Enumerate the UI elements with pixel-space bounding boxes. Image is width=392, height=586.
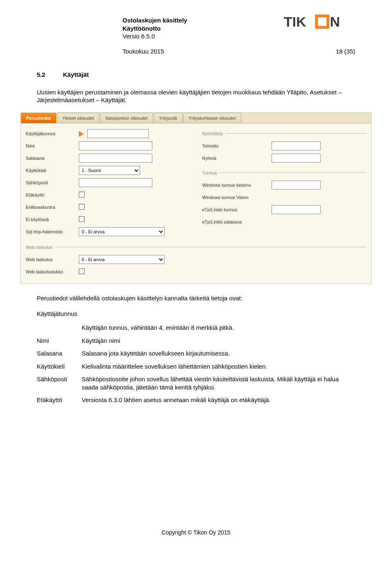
- sahkoposti-label: Sähköposti: [26, 180, 79, 185]
- tab-yrityskohtaiset-oikeudet[interactable]: Yrityskohtaiset oikeudet: [183, 113, 241, 123]
- tab-itsepalvelun-oikeudet[interactable]: Itsepalvelun oikeudet: [100, 113, 153, 123]
- svg-text:TIK: TIK: [284, 14, 306, 29]
- divider-icon: [225, 133, 366, 134]
- tab-bar: Perustiedot Yleiset oikeudet Itsepalvelu…: [21, 113, 371, 123]
- doc-version: Versio 6.5.0: [122, 32, 355, 40]
- ei-kaytossa-label: Ei käytössä: [26, 217, 79, 222]
- def-desc: Versiosta 6.3.0 lähtien asetus annetaan …: [82, 394, 355, 407]
- after-image-paragraph: Perustiedot välilehdellä ostolaskujen kä…: [37, 294, 355, 302]
- toimisto-label: Toimisto: [202, 143, 272, 148]
- web-laskutuslukko-label: Web laskutuslukko: [26, 269, 79, 274]
- kayttokieli-select[interactable]: 1 - Suomi: [79, 166, 140, 175]
- tunnus-group-title: Tunnus: [202, 170, 217, 175]
- definitions-table: Käyttäjän tunnus, vähintään 4, enintään …: [37, 321, 355, 407]
- win-tiedonv-input[interactable]: [272, 181, 321, 190]
- web-laskutus-label: Web laskutus: [26, 257, 79, 262]
- web-laskutus-select[interactable]: 0 - Ei arvoa: [79, 255, 165, 264]
- intro-paragraph: Uusien käyttäjien perustaminen ja olemas…: [37, 88, 355, 104]
- form-right-column: Ryhmittely Toimisto Ryhmä Tunnus Windows…: [202, 127, 366, 238]
- kayttajatunnus-label: Käyttäjätunnus: [26, 131, 79, 136]
- svg-rect-1: [316, 16, 328, 27]
- table-row: Salasana Salasana jota käytetään sovellu…: [37, 347, 355, 360]
- ryhma-label: Ryhmä: [202, 156, 272, 161]
- section-number: 5.2: [37, 71, 61, 78]
- kayttajatunnus-heading: Käyttäjätunnus: [37, 310, 355, 317]
- toimisto-input[interactable]: [272, 141, 321, 150]
- kayttajatunnus-input[interactable]: [87, 129, 149, 138]
- nimi-input[interactable]: [79, 141, 152, 150]
- ryhmittely-group-title: Ryhmittely: [202, 131, 223, 136]
- def-desc: Sähköpostiosoite johon sovellus lähettää…: [82, 373, 355, 394]
- win-vision-label: Windows tunnus Vision: [202, 195, 272, 200]
- def-desc: Kielivalinta määrittelee sovelluksen läh…: [82, 360, 355, 373]
- sql-tmp-select[interactable]: 0 - Ei arvoa: [79, 227, 165, 236]
- erillisreskontra-checkbox[interactable]: [79, 204, 85, 210]
- ei-kaytossa-checkbox[interactable]: [79, 216, 85, 222]
- def-term: Salasana: [37, 347, 82, 360]
- table-row: Nimi Käyttäjän nimi: [37, 334, 355, 347]
- doc-date: Toukokuu 2015: [122, 48, 164, 55]
- section-title: Käyttäjät: [63, 71, 89, 78]
- def-term: Sähköposti: [37, 373, 82, 394]
- etakaytto-checkbox[interactable]: [79, 192, 85, 197]
- salasana-label: Salasana: [26, 156, 79, 161]
- document-header: Ostolaskujen käsittely Käyttöönotto Vers…: [37, 16, 355, 55]
- sql-tmp-label: Sql tmp-hakemisto: [26, 229, 79, 234]
- def-term: Nimi: [37, 334, 82, 347]
- sahkoposti-input[interactable]: [79, 178, 152, 187]
- kayttokieli-label: Käyttökieli: [26, 168, 79, 173]
- salasana-input[interactable]: [79, 154, 152, 163]
- app-screenshot: Perustiedot Yleiset oikeudet Itsepalvelu…: [20, 112, 372, 284]
- etp-salasana-label: eTp/Linkki salasana: [202, 219, 272, 224]
- etp-tunnus-input[interactable]: [272, 205, 321, 214]
- def-desc: Salasana jota käytetään sovellukseen kir…: [82, 347, 355, 360]
- svg-text:N: N: [330, 14, 340, 29]
- footer-copyright: Copyright © Tikon Oy 2015: [37, 529, 355, 536]
- active-field-arrow-icon: [79, 131, 84, 137]
- tab-yritysvali[interactable]: Yritysväli: [154, 113, 183, 123]
- table-row: Sähköposti Sähköpostiosoite johon sovell…: [37, 373, 355, 394]
- divider-icon: [219, 172, 366, 173]
- def-term: Etäkäyttö: [37, 394, 82, 407]
- ryhma-input[interactable]: [272, 154, 321, 163]
- table-row: Käyttökieli Kielivalinta määrittelee sov…: [37, 360, 355, 373]
- win-tiedonv-label: Windows tunnus tiedonv.: [202, 183, 272, 188]
- erillisreskontra-label: Erillisreskontra: [26, 205, 79, 210]
- form-left-column: Käyttäjätunnus Nimi Salasana Käyttökieli…: [26, 127, 190, 238]
- table-row: Etäkäyttö Versiosta 6.3.0 lähtien asetus…: [37, 394, 355, 407]
- def-desc: Käyttäjän nimi: [82, 334, 355, 347]
- nimi-label: Nimi: [26, 143, 79, 148]
- table-row: Käyttäjän tunnus, vähintään 4, enintään …: [37, 321, 355, 334]
- tab-perustiedot[interactable]: Perustiedot: [21, 113, 56, 123]
- divider-icon: [55, 247, 366, 247]
- def-kayttajatunnus-desc: Käyttäjän tunnus, vähintään 4, enintään …: [82, 321, 355, 334]
- tikon-logo: TIK N: [284, 14, 355, 31]
- web-laskutuslukko-checkbox[interactable]: [79, 268, 85, 274]
- section-heading: 5.2 Käyttäjät: [37, 71, 355, 78]
- def-term: Käyttökieli: [37, 360, 82, 373]
- etp-tunnus-label: eTp/Linkki tunnus: [202, 207, 272, 212]
- tab-yleiset-oikeudet[interactable]: Yleiset oikeudet: [57, 113, 100, 123]
- page-number: 18 (35): [336, 48, 355, 55]
- etakaytto-label: Etäkäyttö: [26, 192, 79, 197]
- web-laskutus-group-title: Web laskutus: [26, 245, 53, 250]
